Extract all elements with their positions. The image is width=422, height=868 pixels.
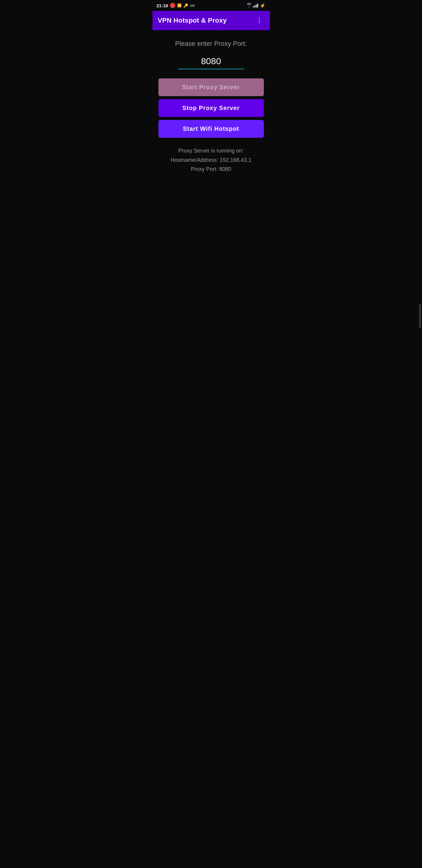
vpn-key-icon: 🔑 (184, 3, 188, 8)
status-time: 21:18 (157, 3, 168, 8)
proxy-port-label: Please enter Proxy Port: (175, 40, 247, 48)
more-menu-icon[interactable]: ⋮ (254, 15, 264, 26)
nv-label: nV (190, 3, 195, 8)
battery-icon: ⚡ (260, 3, 266, 8)
server-info-line1: Proxy Server is running on: (170, 146, 251, 156)
wifi-icon: 📶 (177, 3, 182, 7)
app-bar: VPN Hotspot & Proxy ⋮ (153, 11, 270, 30)
start-proxy-server-button[interactable]: Start Proxy Server (158, 79, 264, 96)
main-content: Please enter Proxy Port: Start Proxy Ser… (153, 30, 270, 180)
server-info-line3: Proxy Port: 8080 (170, 164, 251, 174)
lte-icon: 4G ↓↑ (247, 3, 251, 8)
server-info: Proxy Server is running on: Hostname/Add… (170, 146, 251, 174)
status-left: 21:18 ↓ 📶 🔑 nV (157, 3, 195, 8)
port-input-container (178, 55, 244, 69)
status-bar: 21:18 ↓ 📶 🔑 nV 4G ↓↑ ⚡ (153, 0, 270, 11)
download-icon: ↓ (170, 3, 175, 8)
proxy-port-input[interactable] (178, 55, 244, 69)
server-info-line2: Hostname/Address: 192.168.43.1 (170, 156, 251, 165)
stop-proxy-server-button[interactable]: Stop Proxy Server (158, 99, 264, 117)
status-right: 4G ↓↑ ⚡ (247, 3, 265, 8)
app-title: VPN Hotspot & Proxy (158, 17, 227, 24)
start-wifi-hotspot-button[interactable]: Start Wifi Hotspot (158, 120, 264, 138)
buttons-container: Start Proxy Server Stop Proxy Server Sta… (158, 79, 264, 138)
signal-bars-icon (253, 3, 258, 7)
